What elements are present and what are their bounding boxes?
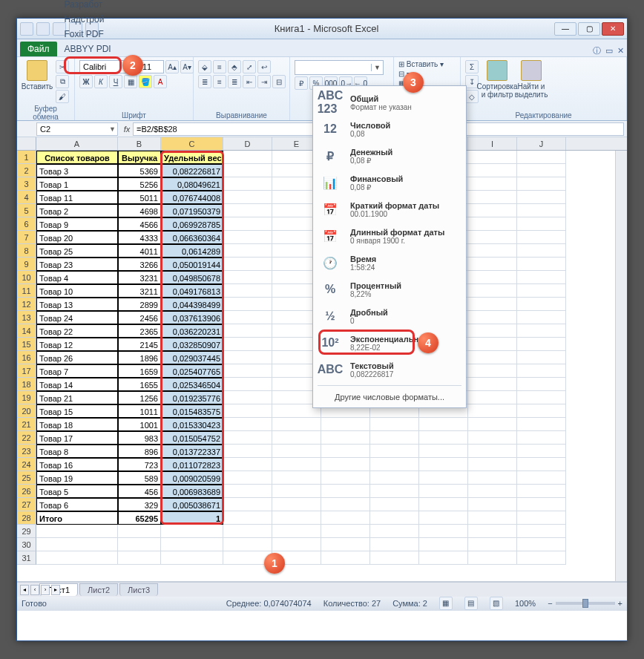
cell[interactable]: [223, 485, 272, 498]
cell[interactable]: [223, 284, 272, 298]
cell[interactable]: 0,036220231: [161, 324, 223, 338]
cell[interactable]: Товар 8: [36, 445, 118, 458]
cell[interactable]: 1011: [118, 404, 161, 418]
cell[interactable]: [517, 445, 566, 458]
tab-Разработ[interactable]: Разработ: [59, 0, 117, 12]
cell[interactable]: [118, 538, 161, 551]
sheet-nav-prev[interactable]: ‹: [30, 585, 39, 595]
cell[interactable]: 5256: [118, 177, 161, 191]
cell[interactable]: Товар 16: [36, 458, 118, 471]
zoom-slider[interactable]: −+: [548, 599, 622, 608]
cell[interactable]: [370, 498, 419, 511]
name-box[interactable]: C2▼: [36, 122, 118, 136]
row-header[interactable]: 3: [17, 177, 36, 191]
cell[interactable]: [223, 311, 272, 324]
align-bottom-icon[interactable]: ⬘: [228, 60, 241, 73]
cell[interactable]: 0,025346504: [161, 378, 223, 391]
cell[interactable]: [468, 284, 517, 298]
align-left-icon[interactable]: ≣: [198, 75, 211, 88]
cell[interactable]: 65295: [118, 511, 161, 525]
cell[interactable]: [517, 458, 566, 471]
cell[interactable]: Выручка: [118, 151, 161, 164]
cell[interactable]: [36, 538, 118, 551]
cell[interactable]: Товар 10: [36, 284, 118, 298]
cell[interactable]: [223, 351, 272, 364]
cell[interactable]: 329: [118, 498, 161, 511]
cell[interactable]: 0,009020599: [161, 471, 223, 485]
italic-button[interactable]: К: [94, 75, 108, 88]
cell[interactable]: [468, 151, 517, 164]
cell[interactable]: Товар 17: [36, 431, 118, 445]
save-icon[interactable]: [36, 22, 50, 36]
cell[interactable]: [468, 338, 517, 351]
cell[interactable]: 0,015330423: [161, 418, 223, 431]
cell[interactable]: [223, 164, 272, 177]
cell[interactable]: [321, 445, 370, 458]
cell[interactable]: [223, 204, 272, 217]
col-header-A[interactable]: A: [36, 137, 118, 150]
merge-icon[interactable]: ⊟: [272, 75, 286, 88]
currency-icon[interactable]: ₽: [295, 76, 308, 90]
cell[interactable]: [223, 298, 272, 311]
cell[interactable]: [223, 404, 272, 418]
cell[interactable]: [419, 538, 468, 551]
cell[interactable]: [36, 525, 118, 538]
cell[interactable]: [517, 191, 566, 204]
cell[interactable]: [223, 445, 272, 458]
cell[interactable]: 2899: [118, 298, 161, 311]
cell[interactable]: [468, 538, 517, 551]
cell[interactable]: [517, 284, 566, 298]
cell[interactable]: 0,076744008: [161, 191, 223, 204]
cell[interactable]: Товар 23: [36, 258, 118, 271]
cell[interactable]: 4698: [118, 204, 161, 217]
cell[interactable]: 896: [118, 445, 161, 458]
cell[interactable]: 0,032850907: [161, 338, 223, 351]
row-header[interactable]: 30: [17, 538, 36, 551]
fmt-item-Дробный[interactable]: ½Дробный0: [313, 303, 466, 330]
cell[interactable]: [223, 244, 272, 258]
bold-button[interactable]: Ж: [79, 75, 93, 88]
cell[interactable]: [118, 551, 161, 565]
cell[interactable]: [321, 418, 370, 431]
cell[interactable]: [468, 445, 517, 458]
fmt-item-Экспоненциальный[interactable]: 10²Экспоненциальный8,22E-02: [313, 330, 466, 356]
cell[interactable]: [161, 525, 223, 538]
cell[interactable]: [118, 525, 161, 538]
cell[interactable]: [419, 431, 468, 445]
cell[interactable]: [517, 204, 566, 217]
col-header-J[interactable]: J: [517, 137, 566, 150]
cell[interactable]: [223, 511, 272, 525]
cell[interactable]: [517, 311, 566, 324]
cell[interactable]: [468, 191, 517, 204]
cell[interactable]: 3266: [118, 258, 161, 271]
cell[interactable]: [468, 177, 517, 191]
cell[interactable]: [468, 525, 517, 538]
row-header[interactable]: 24: [17, 458, 36, 471]
cell[interactable]: 0,0614289: [161, 244, 223, 258]
maximize-button[interactable]: ▢: [578, 22, 600, 36]
cell[interactable]: [517, 298, 566, 311]
cell[interactable]: Товар 1: [36, 177, 118, 191]
cell[interactable]: [517, 551, 566, 565]
cell[interactable]: [468, 231, 517, 244]
vertical-scrollbar[interactable]: [615, 151, 627, 581]
fmt-item-Время[interactable]: 🕐Время1:58:24: [313, 249, 466, 276]
sheet-tab-Лист2[interactable]: Лист2: [79, 583, 118, 596]
cell[interactable]: 0,037613906: [161, 311, 223, 324]
cell[interactable]: [468, 258, 517, 271]
grow-font-icon[interactable]: A▴: [165, 60, 179, 73]
cell[interactable]: [223, 338, 272, 351]
cell[interactable]: 0,019235776: [161, 391, 223, 404]
cell[interactable]: [321, 538, 370, 551]
align-middle-icon[interactable]: ≡: [213, 60, 226, 73]
file-tab[interactable]: Файл: [20, 42, 57, 56]
cell[interactable]: 4011: [118, 244, 161, 258]
autosum-icon[interactable]: Σ: [465, 60, 479, 73]
cell[interactable]: [419, 525, 468, 538]
cell[interactable]: [223, 271, 272, 284]
cell[interactable]: 1896: [118, 351, 161, 364]
col-header-D[interactable]: D: [223, 137, 272, 150]
cell[interactable]: [370, 418, 419, 431]
cell[interactable]: [468, 378, 517, 391]
cut-icon[interactable]: ✂: [56, 60, 69, 73]
